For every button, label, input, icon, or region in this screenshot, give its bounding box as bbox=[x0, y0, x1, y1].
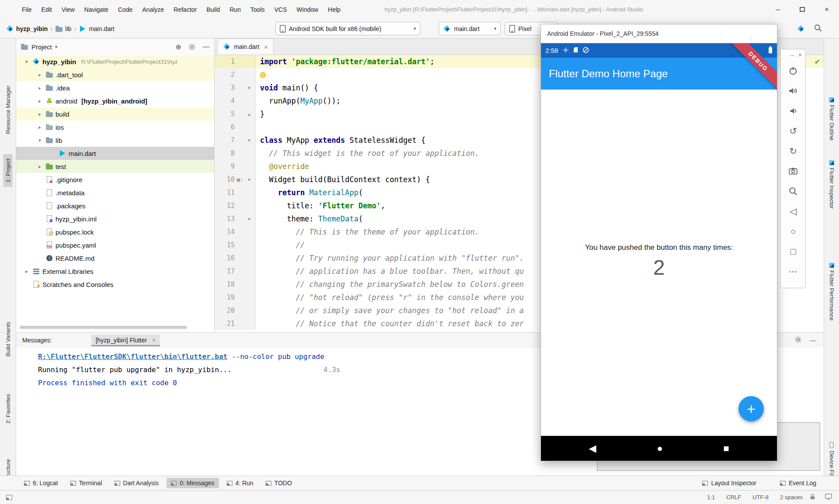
tree-item-external-libraries[interactable]: ▸External Libraries bbox=[16, 265, 214, 278]
breadcrumb-main-dart[interactable]: main.dart bbox=[79, 25, 114, 33]
stripe-flutter-outline[interactable]: Flutter Outline bbox=[829, 97, 835, 141]
emulator-volume-down-icon[interactable] bbox=[781, 101, 805, 121]
project-view-selector[interactable]: Project bbox=[31, 43, 52, 51]
tree-item-packages[interactable]: .packages bbox=[16, 199, 214, 212]
intention-bulb-icon[interactable] bbox=[260, 72, 266, 78]
tree-item-idea[interactable]: ▸.idea bbox=[16, 81, 214, 94]
tree-item-metadata[interactable]: .metadata bbox=[16, 186, 214, 199]
emulator-power-icon[interactable] bbox=[781, 61, 805, 81]
menu-run[interactable]: Run bbox=[225, 4, 245, 15]
notifications-icon[interactable] bbox=[825, 494, 832, 501]
menu-navigate[interactable]: Navigate bbox=[80, 4, 113, 15]
android-home-icon[interactable]: ● bbox=[657, 443, 662, 454]
emulator-toolbar-minimize-icon[interactable]: – bbox=[790, 52, 794, 59]
device-selector[interactable]: Android SDK built for x86 (mobile) ▾ bbox=[275, 22, 420, 35]
toolwindow-4-run[interactable]: 4: Run bbox=[222, 478, 258, 488]
settings-gear-icon[interactable] bbox=[188, 43, 196, 51]
menu-tools[interactable]: Tools bbox=[246, 4, 269, 15]
chevron-down-icon[interactable]: ▾ bbox=[55, 44, 58, 50]
close-icon[interactable]: × bbox=[815, 0, 839, 19]
emulator-back-icon[interactable]: ◁ bbox=[781, 201, 805, 221]
tree-item-readme-md[interactable]: README.md bbox=[16, 252, 214, 265]
emulator-toolbar-close-icon[interactable]: × bbox=[798, 52, 802, 59]
menu-view[interactable]: View bbox=[57, 4, 79, 15]
expand-arrow-icon[interactable]: ▸ bbox=[36, 111, 43, 117]
emulator-screenshot-icon[interactable] bbox=[781, 161, 805, 181]
readonly-lock-icon[interactable] bbox=[810, 494, 815, 501]
tree-item-android[interactable]: ▸android [hyzp_yibin_android] bbox=[16, 94, 214, 107]
close-tab-icon[interactable]: × bbox=[264, 43, 268, 51]
menu-code[interactable]: Code bbox=[114, 4, 137, 15]
search-icon[interactable] bbox=[814, 24, 822, 34]
status-utf-8[interactable]: UTF-8 bbox=[752, 494, 769, 501]
fold-icon[interactable]: ▾ bbox=[245, 85, 253, 91]
tree-item-gitignore[interactable]: .gitignore bbox=[16, 173, 214, 186]
status-crlf[interactable]: CRLF bbox=[726, 494, 741, 501]
menu-vcs[interactable]: VCS bbox=[270, 4, 291, 15]
stripe-flutter-performance[interactable]: Flutter Performance bbox=[829, 263, 835, 321]
breadcrumb-hyzp-yibin[interactable]: hyzp_yibin bbox=[6, 25, 48, 33]
expand-arrow-icon[interactable]: ▸ bbox=[36, 98, 43, 104]
menu-analyze[interactable]: Analyze bbox=[138, 4, 169, 15]
status-1-1[interactable]: 1:1 bbox=[707, 494, 715, 501]
menu-refactor[interactable]: Refactor bbox=[169, 4, 201, 15]
emulator-volume-up-icon[interactable] bbox=[781, 81, 805, 101]
run-config-selector[interactable]: main.dart ▾ bbox=[439, 22, 501, 35]
emulator-more-icon[interactable]: ⋯ bbox=[781, 262, 805, 282]
toolwindow-event-log[interactable]: Event Log bbox=[776, 478, 821, 488]
tree-item-main-dart[interactable]: main.dart bbox=[16, 147, 214, 160]
close-tab-icon[interactable]: × bbox=[152, 337, 156, 344]
fold-icon[interactable]: ▴ bbox=[245, 111, 253, 117]
status-2-spaces[interactable]: 2 spaces bbox=[780, 494, 803, 501]
tree-item-ios[interactable]: ▸ios bbox=[16, 121, 214, 134]
hide-panel-icon[interactable]: — bbox=[203, 43, 210, 51]
emulator-home-icon[interactable]: ○ bbox=[781, 221, 805, 242]
editor-tab-main-dart[interactable]: main.dart × bbox=[217, 38, 274, 55]
expand-arrow-icon[interactable]: ▾ bbox=[23, 59, 30, 65]
toolwindow-terminal[interactable]: Terminal bbox=[66, 478, 107, 488]
tree-item-lib[interactable]: ▾lib bbox=[16, 134, 214, 147]
locate-file-icon[interactable]: ⊕ bbox=[176, 43, 181, 51]
menu-edit[interactable]: Edit bbox=[37, 4, 56, 15]
toolwindow-layout-inspector[interactable]: Layout Inspector bbox=[698, 478, 761, 488]
menu-file[interactable]: File bbox=[17, 4, 36, 15]
emulator-rotate-right-icon[interactable]: ↻ bbox=[781, 141, 805, 161]
tree-item-build[interactable]: ▸build bbox=[16, 107, 214, 121]
expand-arrow-icon[interactable]: ▸ bbox=[36, 85, 43, 91]
tree-item-hyzp-yibin[interactable]: ▾hyzp_yibinR:\FlutterProject\FlutterProj… bbox=[16, 55, 214, 68]
hide-panel-icon[interactable]: — bbox=[810, 337, 816, 344]
horizontal-scrollbar[interactable] bbox=[20, 326, 187, 329]
fab-button[interactable]: + bbox=[738, 396, 764, 421]
tree-item-pubspec-lock[interactable]: pubspec.lock bbox=[16, 225, 214, 238]
settings-gear-icon[interactable] bbox=[794, 336, 802, 345]
expand-arrow-icon[interactable]: ▸ bbox=[36, 72, 43, 78]
fold-icon[interactable]: ▾ bbox=[245, 216, 253, 222]
toolwindow-dart-analysis[interactable]: Dart Analysis bbox=[110, 478, 163, 488]
override-marker-icon[interactable]: o↑ bbox=[237, 176, 243, 183]
android-back-icon[interactable]: ◀ bbox=[589, 443, 596, 454]
expand-arrow-icon[interactable]: ▾ bbox=[36, 138, 43, 143]
emulator-titlebar[interactable]: Android Emulator - Pixel_2_API_29:5554 bbox=[541, 24, 777, 43]
menu-build[interactable]: Build bbox=[202, 4, 224, 15]
breadcrumb-lib[interactable]: lib bbox=[55, 25, 71, 33]
fold-icon[interactable]: ▾ bbox=[245, 177, 253, 183]
menu-window[interactable]: Window bbox=[292, 4, 323, 15]
toolwindow-0-messages[interactable]: 0: Messages bbox=[166, 478, 218, 488]
stripe-2-favorites[interactable]: 2: Favorites bbox=[5, 394, 11, 424]
stripe-1-project[interactable]: 1: Project bbox=[3, 154, 13, 187]
expand-arrow-icon[interactable]: ▸ bbox=[36, 164, 43, 169]
android-overview-icon[interactable]: ■ bbox=[723, 443, 729, 454]
stripe-build-variants[interactable]: Build Variants bbox=[5, 322, 11, 356]
stripe-resource-manager[interactable]: Resource Manager bbox=[5, 86, 11, 134]
tree-item-scratches-and-consoles[interactable]: Scratches and Consoles bbox=[16, 278, 214, 291]
fold-icon[interactable]: ▾ bbox=[245, 138, 253, 143]
tree-item-dart-tool[interactable]: ▸.dart_tool bbox=[16, 68, 214, 81]
stripe-flutter-inspector[interactable]: Flutter Inspector bbox=[829, 160, 835, 209]
emulator-overview-icon[interactable]: □ bbox=[781, 242, 805, 262]
tree-item-pubspec-yaml[interactable]: pubspec.yaml bbox=[16, 238, 214, 252]
expand-arrow-icon[interactable]: ▸ bbox=[23, 269, 30, 274]
menu-help[interactable]: Help bbox=[323, 4, 345, 15]
inspection-ok-icon[interactable]: ✔ bbox=[815, 58, 820, 66]
minimize-icon[interactable]: – bbox=[766, 0, 790, 19]
toolwindow-6-logcat[interactable]: 6: Logcat bbox=[20, 478, 62, 488]
